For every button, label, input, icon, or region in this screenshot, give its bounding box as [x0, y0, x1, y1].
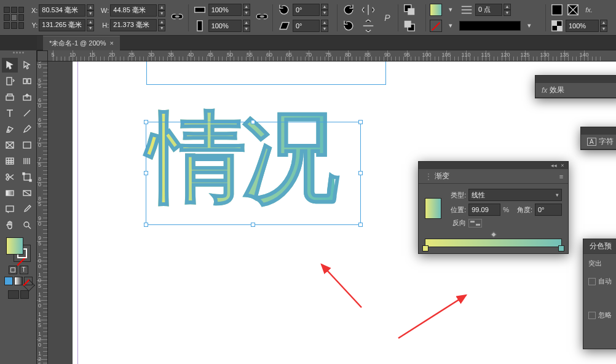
flip-h-icon[interactable] — [361, 3, 376, 17]
send-back-icon[interactable] — [402, 19, 417, 33]
fill-swatch[interactable] — [430, 4, 442, 16]
table-tool[interactable] — [2, 154, 18, 168]
character-panel[interactable]: ▸▸ A 字符 — [580, 127, 616, 150]
formatting-text-icon[interactable]: T — [20, 266, 28, 274]
checkbox-icon[interactable] — [588, 278, 596, 285]
y-field[interactable]: 131.265 毫米 — [39, 19, 85, 31]
flip-v-icon[interactable] — [361, 19, 376, 33]
gradient-swatch-tool[interactable] — [2, 186, 18, 200]
close-icon[interactable]: × — [109, 39, 113, 47]
gradient-stop-left[interactable] — [422, 245, 428, 251]
rotate-field[interactable]: 0° — [293, 4, 320, 16]
pencil-tool[interactable] — [19, 122, 35, 136]
effects-tab[interactable]: fx 效果 — [535, 83, 571, 97]
handle-br[interactable] — [358, 223, 363, 227]
opacity-field[interactable]: 100% — [566, 20, 599, 32]
ruler-horizontal[interactable]: 5101520253035404550556065707580859095100… — [48, 50, 616, 61]
scale-y-field[interactable]: 100% — [208, 20, 242, 32]
fx-icon[interactable]: fx. — [582, 3, 596, 17]
free-transform-tool[interactable] — [19, 170, 35, 184]
eyedropper-tool[interactable] — [19, 202, 35, 216]
ruler-origin[interactable] — [37, 50, 48, 61]
auto-fit-icon[interactable] — [550, 3, 564, 17]
note-tool[interactable] — [2, 202, 18, 216]
zoom-tool[interactable] — [19, 218, 35, 232]
view-mode-preview-icon[interactable] — [20, 290, 29, 299]
panel-grip[interactable] — [3, 52, 34, 57]
sep-checkbox-2[interactable]: 忽略 — [588, 311, 616, 320]
line-tool[interactable] — [19, 106, 35, 121]
ruler-vertical[interactable]: 5055606570758085909510010511011512012513… — [37, 61, 48, 364]
handle-tr[interactable] — [358, 120, 363, 124]
handle-bm[interactable] — [251, 223, 255, 227]
gradient-preview-swatch[interactable] — [425, 198, 441, 219]
shear-field[interactable]: 0° — [293, 20, 320, 32]
collapse-icon[interactable]: ◂◂ — [551, 163, 557, 168]
stroke-weight-field[interactable]: 0 点 — [475, 4, 502, 16]
position-field[interactable]: 99.09 — [468, 204, 500, 216]
rotate-ccw-icon[interactable] — [341, 3, 356, 17]
gradient-midpoint-icon[interactable] — [491, 232, 497, 238]
close-icon[interactable]: × — [559, 163, 566, 168]
stroke-menu-icon[interactable]: ▾ — [443, 19, 458, 33]
separations-tab[interactable]: 分色预 — [583, 239, 616, 253]
character-tab[interactable]: A 字符 — [581, 135, 616, 149]
selection-bounding-box[interactable] — [146, 122, 361, 225]
handle-tl[interactable] — [144, 120, 148, 124]
grid-tool[interactable] — [19, 154, 35, 168]
w-spinner[interactable]: ▲▼ — [158, 4, 165, 17]
stroke-swatch[interactable] — [430, 20, 442, 32]
paragraph-icon[interactable]: P — [381, 11, 394, 25]
h-field[interactable]: 21.373 毫米 — [110, 19, 157, 31]
empty-text-frame[interactable] — [146, 61, 386, 85]
apply-gradient-icon[interactable] — [14, 277, 23, 285]
pen-tool[interactable] — [2, 122, 18, 136]
page-guide[interactable] — [77, 61, 78, 364]
page-tool[interactable] — [2, 74, 18, 89]
effects-panel[interactable]: ▸▸ fx 效果 — [535, 75, 616, 98]
frame-fit-icon[interactable] — [566, 3, 580, 17]
formatting-container-icon[interactable] — [9, 266, 17, 274]
w-field[interactable]: 44.85 毫米 — [110, 4, 157, 17]
gradient-feather-tool[interactable] — [19, 186, 35, 200]
sep-checkbox-1[interactable]: 自动 — [588, 277, 616, 286]
reference-point-grid[interactable] — [4, 7, 24, 29]
selection-tool[interactable] — [2, 58, 18, 73]
scale-link-icon[interactable] — [255, 11, 269, 25]
handle-ml[interactable] — [144, 171, 148, 175]
gradient-panel[interactable]: ◂◂ × ⋮ 渐变 ≡ 类型: 线性▾ 位置: 99.09 % — [418, 161, 569, 254]
scissors-tool[interactable] — [2, 170, 18, 184]
constrain-link-icon[interactable] — [170, 11, 184, 25]
gradient-tab[interactable]: ⋮ 渐变 — [419, 169, 456, 183]
reverse-gradient-icon[interactable] — [468, 219, 482, 228]
handle-mr[interactable] — [358, 171, 363, 175]
fill-stroke-swatch[interactable] — [6, 237, 31, 262]
gradient-stop-right[interactable] — [558, 245, 564, 251]
x-spinner[interactable]: ▲▼ — [87, 4, 94, 17]
gradient-ramp[interactable] — [425, 232, 562, 247]
handle-bl[interactable] — [144, 223, 148, 227]
direct-selection-tool[interactable] — [19, 58, 35, 73]
gap-tool[interactable] — [19, 74, 35, 89]
fill-color-swatch[interactable] — [6, 237, 23, 255]
content-placer-tool[interactable] — [19, 90, 35, 105]
gradient-type-select[interactable]: 线性▾ — [468, 189, 562, 201]
x-field[interactable]: 80.534 毫米 — [39, 4, 85, 17]
fill-menu-icon[interactable]: ▾ — [443, 3, 458, 17]
y-spinner[interactable]: ▲▼ — [87, 19, 94, 31]
view-mode-normal-icon[interactable] — [8, 290, 19, 299]
separations-panel[interactable]: 分色预 突出 自动 3 忽略 — [583, 239, 616, 349]
rotate-cw-icon[interactable] — [341, 19, 356, 33]
apply-color-icon[interactable] — [4, 277, 13, 285]
bring-front-icon[interactable] — [402, 3, 417, 17]
rectangle-tool[interactable] — [19, 138, 35, 152]
hand-tool[interactable] — [2, 218, 18, 232]
panel-header[interactable]: ◂◂ × — [419, 162, 568, 169]
scale-x-field[interactable]: 100% — [208, 4, 242, 16]
panel-menu-icon[interactable]: ≡ — [555, 173, 568, 180]
type-tool[interactable] — [2, 106, 18, 121]
content-collector-tool[interactable] — [2, 90, 18, 105]
checkbox-icon[interactable] — [588, 312, 596, 319]
stroke-style-swatch[interactable] — [459, 21, 521, 31]
rectangle-frame-tool[interactable] — [2, 138, 18, 152]
